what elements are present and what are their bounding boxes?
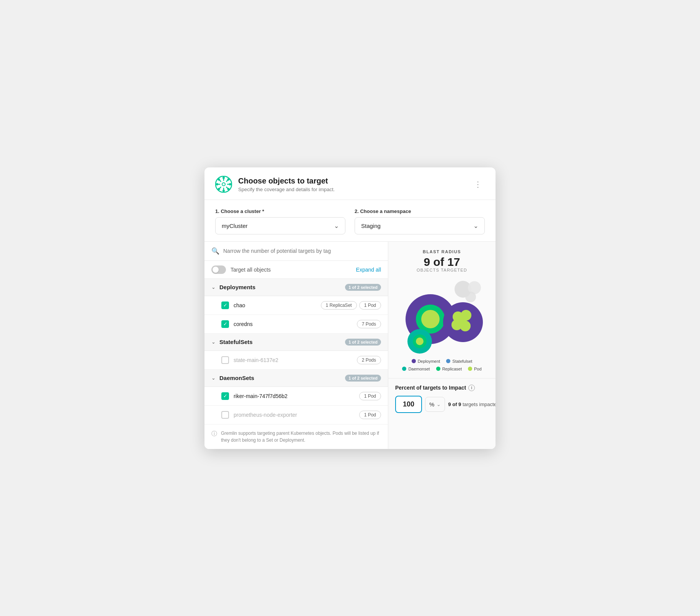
toggle-label: Target all objects — [231, 267, 271, 273]
legend-item-statefulset: Statefulset — [446, 359, 472, 364]
svg-point-24 — [421, 310, 440, 328]
cluster-col: 1. Choose a cluster * myCluster ⌄ — [215, 208, 345, 234]
state-main-pods-tag: 2 Pods — [357, 356, 381, 364]
cluster-section: 1. Choose a cluster * myCluster ⌄ 2. Cho… — [204, 200, 496, 242]
percent-title: Percent of targets to Impact i — [395, 385, 489, 391]
riker-checkbox[interactable]: ✓ — [221, 392, 229, 400]
header-text: Choose objects to target Specify the cov… — [238, 176, 335, 192]
divider — [388, 378, 496, 378]
pod-label: Pod — [474, 367, 482, 371]
daemonsets-badge: 1 of 2 selected — [345, 375, 381, 382]
svg-point-12 — [222, 190, 225, 192]
table-row: ✓ chao 1 ReplicaSet 1 Pod — [204, 296, 388, 315]
search-input[interactable] — [223, 248, 381, 254]
targets-impacted: 9 of 9 targets impacted — [448, 401, 496, 407]
right-panel: BLAST RADIUS 9 of 17 OBJECTS TARGETED — [388, 242, 496, 449]
percent-input[interactable] — [395, 396, 422, 413]
replicaset-label: Replicaset — [442, 367, 462, 371]
helm-icon — [215, 176, 232, 193]
percent-unit-select[interactable]: % ⌄ — [425, 397, 445, 412]
statefulsets-header[interactable]: ⌄ StatefulSets 1 of 2 selected — [204, 334, 388, 351]
main-modal: Choose objects to target Specify the cov… — [204, 167, 496, 449]
header-left: Choose objects to target Specify the cov… — [215, 176, 335, 193]
info-icon: ⓘ — [211, 430, 217, 437]
cluster-chevron-icon: ⌄ — [334, 222, 339, 229]
bubble-chart-svg — [396, 277, 488, 354]
svg-point-30 — [456, 315, 467, 325]
legend-item-daemonset: Daemonset — [402, 367, 430, 371]
modal-subtitle: Specify the coverage and details for imp… — [238, 187, 335, 192]
statefulset-label: Statefulset — [452, 359, 472, 364]
percent-unit: % — [429, 401, 434, 408]
namespace-label: 2. Choose a namespace — [355, 208, 485, 214]
chao-replicaset-tag: 1 ReplicaSet — [321, 301, 357, 310]
chao-tags: 1 ReplicaSet 1 Pod — [321, 301, 381, 310]
left-panel: 🔍 Target all objects Expand all ⌄ Deploy… — [204, 242, 388, 449]
cluster-value: myCluster — [222, 223, 248, 229]
legend: Deployment Statefulset Daemonset Replica… — [395, 359, 489, 371]
svg-point-16 — [227, 188, 229, 190]
daemonsets-header[interactable]: ⌄ DaemonSets 1 of 2 selected — [204, 370, 388, 387]
legend-item-deployment: Deployment — [412, 359, 440, 364]
percent-info-icon[interactable]: i — [468, 385, 475, 391]
statefulsets-chevron-icon: ⌄ — [211, 339, 216, 345]
statefulsets-badge: 1 of 2 selected — [345, 339, 381, 346]
deployments-section: ⌄ Deployments 1 of 2 selected ✓ chao 1 R… — [204, 279, 388, 334]
chao-pod-tag: 1 Pod — [359, 301, 381, 310]
modal-header: Choose objects to target Specify the cov… — [204, 167, 496, 200]
svg-point-18 — [218, 188, 220, 190]
percent-title-text: Percent of targets to Impact — [395, 385, 466, 391]
daemonset-dot — [402, 367, 406, 371]
coredns-pods-tag: 7 Pods — [357, 320, 381, 328]
search-icon: 🔍 — [211, 247, 219, 255]
chao-checkbox[interactable]: ✓ — [221, 301, 229, 309]
percent-row: % ⌄ 9 of 9 targets impacted — [395, 396, 489, 413]
prometheus-name: prometheus-node-exporter — [234, 412, 297, 418]
prometheus-checkbox[interactable] — [221, 411, 229, 419]
section-header-left: ⌄ StatefulSets — [211, 339, 253, 345]
info-text: Gremlin supports targeting parent Kubern… — [221, 430, 381, 444]
namespace-col: 2. Choose a namespace Staging ⌄ — [355, 208, 485, 234]
target-all-toggle[interactable] — [211, 265, 226, 274]
pod-dot — [468, 367, 472, 371]
svg-point-2 — [222, 183, 225, 185]
blast-radius-title: BLAST RADIUS — [395, 249, 489, 254]
statefulset-dot — [446, 359, 450, 363]
coredns-checkbox[interactable]: ✓ — [221, 320, 229, 328]
cluster-label: 1. Choose a cluster * — [215, 208, 345, 214]
statefulsets-section: ⌄ StatefulSets 1 of 2 selected state-mai… — [204, 334, 388, 370]
deployments-chevron-icon: ⌄ — [211, 284, 216, 290]
item-left: ✓ chao — [221, 301, 245, 309]
daemonsets-section: ⌄ DaemonSets 1 of 2 selected ✓ riker-mai… — [204, 370, 388, 424]
legend-item-pod: Pod — [468, 367, 482, 371]
deployments-badge: 1 of 2 selected — [345, 284, 381, 291]
riker-name: riker-main-747f7d56b2 — [234, 393, 288, 399]
namespace-chevron-icon: ⌄ — [473, 222, 478, 229]
coredns-name: coredns — [234, 321, 253, 327]
state-main-checkbox[interactable] — [221, 356, 229, 364]
svg-point-17 — [227, 178, 229, 180]
namespace-select[interactable]: Staging ⌄ — [355, 217, 485, 234]
riker-tags: 1 Pod — [359, 392, 381, 400]
svg-point-15 — [218, 178, 220, 180]
daemonsets-chevron-icon: ⌄ — [211, 375, 216, 381]
item-left: ✓ coredns — [221, 320, 253, 328]
targets-count: 9 of 9 — [448, 401, 461, 407]
cluster-row: 1. Choose a cluster * myCluster ⌄ 2. Cho… — [215, 208, 485, 234]
menu-button[interactable]: ⋮ — [471, 178, 485, 190]
state-main-tags: 2 Pods — [357, 356, 381, 364]
namespace-value: Staging — [361, 223, 381, 229]
item-left: state-main-6137e2 — [221, 356, 278, 364]
svg-point-11 — [222, 177, 225, 179]
deployments-header[interactable]: ⌄ Deployments 1 of 2 selected — [204, 279, 388, 296]
daemonsets-title: DaemonSets — [219, 375, 254, 381]
expand-all-button[interactable]: Expand all — [356, 267, 381, 273]
statefulsets-title: StatefulSets — [219, 339, 253, 345]
cluster-select[interactable]: myCluster ⌄ — [215, 217, 345, 234]
modal-title: Choose objects to target — [238, 176, 335, 185]
prometheus-pod-tag: 1 Pod — [359, 411, 381, 419]
svg-point-21 — [465, 292, 476, 302]
prometheus-tags: 1 Pod — [359, 411, 381, 419]
deployments-title: Deployments — [219, 284, 255, 290]
section-header-left: ⌄ Deployments — [211, 284, 255, 290]
